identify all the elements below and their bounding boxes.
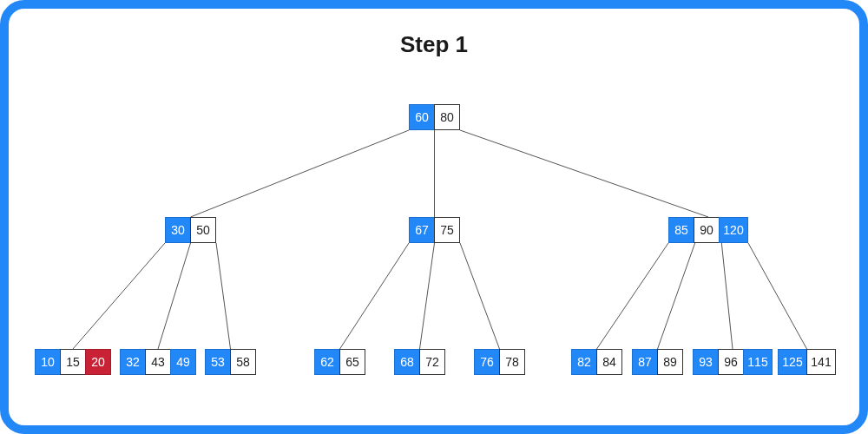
tree-key: 85 [668, 217, 694, 243]
tree-node-l_62_65: 6265 [314, 349, 365, 375]
tree-node-l_53_58: 5358 [205, 349, 256, 375]
tree-key: 20 [85, 349, 111, 375]
tree-node-l_68_72: 6872 [394, 349, 445, 375]
diagram-frame: Step 1 608030506775859012010152032434953… [0, 0, 868, 434]
svg-line-2 [460, 130, 708, 217]
tree-key: 84 [596, 349, 622, 375]
svg-line-8 [460, 243, 500, 349]
tree-node-n_85_90_120: 8590120 [668, 217, 748, 243]
svg-line-9 [597, 243, 669, 349]
tree-key: 67 [409, 217, 435, 243]
tree-key: 10 [35, 349, 61, 375]
tree-key: 93 [693, 349, 719, 375]
svg-line-0 [191, 130, 410, 217]
svg-line-11 [721, 243, 733, 349]
svg-line-6 [340, 243, 410, 349]
svg-line-10 [658, 243, 695, 349]
tree-key: 49 [170, 349, 196, 375]
tree-key: 65 [339, 349, 365, 375]
tree-key: 90 [694, 217, 720, 243]
tree-node-l_10_15_20: 101520 [35, 349, 111, 375]
tree-node-l_82_84: 8284 [571, 349, 622, 375]
tree-node-l_32_43_49: 324349 [120, 349, 196, 375]
tree-key: 82 [571, 349, 597, 375]
tree-node-l_125_141: 125141 [778, 349, 836, 375]
tree-key: 43 [145, 349, 171, 375]
tree-key: 96 [718, 349, 744, 375]
tree-key: 78 [499, 349, 525, 375]
tree-node-n_30_50: 3050 [165, 217, 216, 243]
tree-node-n_67_75: 6775 [409, 217, 460, 243]
tree-key: 115 [743, 349, 773, 375]
svg-line-4 [158, 243, 191, 349]
tree-key: 76 [474, 349, 500, 375]
tree-node-l_87_89: 8789 [632, 349, 683, 375]
tree-key: 75 [434, 217, 460, 243]
tree-key: 87 [632, 349, 658, 375]
tree-key: 60 [409, 104, 435, 130]
tree-node-l_93_96_115: 9396115 [693, 349, 773, 375]
tree-node-l_76_78: 7678 [474, 349, 525, 375]
tree-key: 80 [434, 104, 460, 130]
tree-key: 89 [657, 349, 683, 375]
tree-key: 58 [230, 349, 256, 375]
tree-key: 62 [314, 349, 340, 375]
svg-line-7 [420, 243, 435, 349]
tree-node-root: 6080 [409, 104, 460, 130]
svg-line-3 [73, 243, 165, 349]
tree-key: 30 [165, 217, 191, 243]
tree-key: 50 [190, 217, 216, 243]
tree-key: 72 [419, 349, 445, 375]
step-title: Step 1 [9, 31, 859, 58]
tree-key: 15 [60, 349, 86, 375]
tree-key: 68 [394, 349, 420, 375]
tree-key: 120 [719, 217, 748, 243]
tree-key: 125 [778, 349, 807, 375]
tree-key: 141 [806, 349, 836, 375]
tree-key: 53 [205, 349, 231, 375]
svg-line-12 [748, 243, 807, 349]
tree-key: 32 [120, 349, 146, 375]
svg-line-5 [216, 243, 231, 349]
